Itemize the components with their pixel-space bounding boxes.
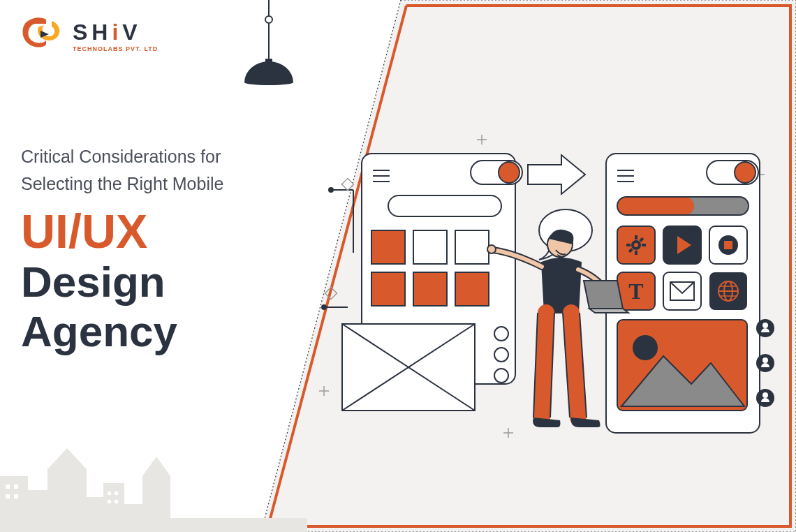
svg-rect-62 [626, 244, 631, 246]
svg-rect-11 [103, 483, 124, 532]
svg-rect-21 [108, 500, 111, 503]
svg-rect-35 [413, 230, 447, 264]
svg-rect-72 [663, 272, 701, 310]
brand-tagline: TECHNOLABS PVT. LTD [73, 45, 158, 52]
svg-point-3 [265, 16, 272, 23]
brand-name: SHiV [73, 20, 158, 45]
svg-point-89 [487, 245, 496, 253]
image-card [617, 320, 747, 411]
pendant-lamp-icon [230, 0, 307, 101]
svg-rect-69 [724, 241, 732, 249]
svg-rect-37 [371, 272, 405, 306]
svg-point-52 [735, 162, 756, 183]
svg-rect-54 [617, 197, 694, 215]
svg-marker-91 [589, 309, 628, 313]
play-icon [663, 226, 701, 264]
svg-point-32 [499, 162, 519, 183]
svg-rect-8 [28, 490, 47, 532]
person-icon [756, 319, 774, 337]
svg-rect-12 [124, 504, 142, 532]
svg-point-24 [322, 305, 326, 309]
type-icon: T [617, 272, 655, 310]
svg-point-83 [762, 323, 768, 328]
headline-rest-2: Agency [21, 309, 286, 354]
svg-point-85 [762, 357, 768, 363]
svg-marker-90 [584, 281, 623, 309]
svg-rect-15 [6, 485, 10, 489]
arrow-right-icon [528, 155, 585, 194]
svg-rect-34 [371, 230, 405, 264]
svg-rect-59 [635, 235, 637, 239]
svg-point-87 [762, 392, 768, 398]
headline-block: Critical Considerations for Selecting th… [21, 143, 286, 354]
svg-rect-33 [388, 195, 501, 216]
svg-point-23 [329, 188, 333, 192]
svg-rect-22 [115, 500, 118, 503]
wireframe-phone-right: T [606, 154, 774, 433]
svg-rect-39 [455, 272, 489, 306]
svg-rect-20 [115, 492, 118, 495]
gear-icon [617, 226, 655, 264]
svg-rect-36 [455, 230, 489, 264]
headline-pre-1: Critical Considerations for [21, 143, 286, 170]
svg-rect-14 [170, 518, 307, 532]
headline-rest-1: Design [21, 259, 286, 304]
svg-rect-19 [108, 492, 111, 495]
svg-rect-16 [14, 485, 18, 489]
brand-logo: SHiV TECHNOLABS PVT. LTD [21, 17, 158, 54]
svg-rect-10 [87, 497, 103, 532]
skyline-silhouette [0, 406, 307, 532]
svg-text:T: T [628, 279, 643, 304]
stop-icon [709, 226, 747, 264]
headline-accent: UI/UX [21, 207, 286, 255]
svg-rect-61 [642, 244, 646, 246]
svg-point-6 [244, 80, 293, 85]
svg-rect-17 [6, 494, 10, 498]
svg-point-58 [634, 243, 638, 247]
logo-mark-icon [21, 17, 64, 54]
globe-icon [709, 272, 747, 310]
svg-point-81 [633, 335, 658, 360]
person-icon [756, 389, 774, 407]
person-icon [756, 354, 774, 372]
svg-rect-38 [413, 272, 447, 306]
image-placeholder-box [342, 324, 475, 411]
svg-rect-60 [635, 251, 637, 255]
svg-rect-26 [342, 179, 354, 191]
headline-pre-2: Selecting the Right Mobile [21, 170, 286, 198]
mail-icon [663, 272, 701, 310]
svg-rect-18 [14, 494, 18, 498]
svg-marker-13 [142, 457, 170, 532]
uiux-illustration: T [328, 133, 775, 447]
svg-marker-9 [47, 448, 87, 532]
